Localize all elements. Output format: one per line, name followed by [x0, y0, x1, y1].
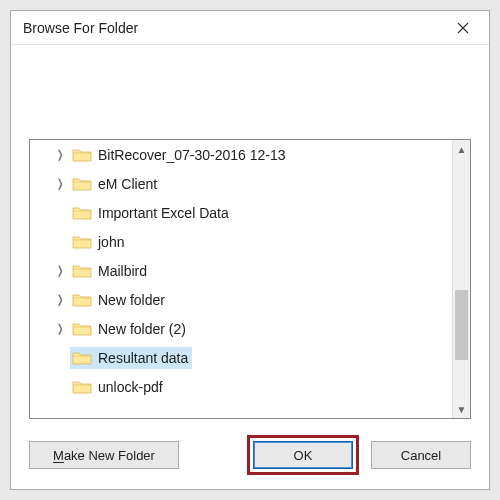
folder-icon: [72, 263, 92, 279]
tree-item[interactable]: ❯eM Client: [32, 169, 452, 198]
tree-item[interactable]: Resultant data: [32, 343, 452, 372]
ok-button[interactable]: OK: [253, 441, 353, 469]
close-button[interactable]: [441, 13, 485, 43]
folder-icon: [72, 205, 92, 221]
tree-item-label: unlock-pdf: [98, 379, 163, 395]
folder-icon: [72, 176, 92, 192]
ok-button-highlight: OK: [247, 435, 359, 475]
tree-item[interactable]: ❯New folder: [32, 285, 452, 314]
scroll-thumb[interactable]: [455, 290, 468, 360]
tree-item[interactable]: john: [32, 227, 452, 256]
folder-icon: [72, 147, 92, 163]
folder-icon: [72, 379, 92, 395]
titlebar: Browse For Folder: [11, 11, 489, 45]
tree-item[interactable]: ❯BitRecover_07-30-2016 12-13: [32, 140, 452, 169]
tree-item[interactable]: unlock-pdf: [32, 372, 452, 401]
button-row: Make New Folder OK Cancel: [29, 435, 471, 475]
tree-item-label: New folder: [98, 292, 165, 308]
window-title: Browse For Folder: [23, 20, 138, 36]
browse-for-folder-dialog: Browse For Folder ❯BitRecover_07-30-2016…: [10, 10, 490, 490]
tree-item[interactable]: ❯New folder (2): [32, 314, 452, 343]
tree-item-label: john: [98, 234, 124, 250]
tree-item[interactable]: ❯Mailbird: [32, 256, 452, 285]
folder-icon: [72, 234, 92, 250]
tree-item-label: New folder (2): [98, 321, 186, 337]
expander-icon[interactable]: ❯: [53, 256, 67, 285]
folder-tree: ❯BitRecover_07-30-2016 12-13❯eM ClientIm…: [29, 139, 471, 419]
scroll-down-arrow-icon[interactable]: ▼: [453, 400, 470, 418]
folder-icon: [72, 321, 92, 337]
tree-item[interactable]: Important Excel Data: [32, 198, 452, 227]
dialog-body: ❯BitRecover_07-30-2016 12-13❯eM ClientIm…: [11, 45, 489, 489]
expander-icon[interactable]: ❯: [53, 314, 67, 343]
tree-item-label: eM Client: [98, 176, 157, 192]
folder-icon: [72, 350, 92, 366]
close-icon: [457, 22, 469, 34]
make-new-folder-button[interactable]: Make New Folder: [29, 441, 179, 469]
folder-tree-list[interactable]: ❯BitRecover_07-30-2016 12-13❯eM ClientIm…: [30, 140, 452, 418]
scrollbar[interactable]: ▲ ▼: [452, 140, 470, 418]
cancel-button[interactable]: Cancel: [371, 441, 471, 469]
folder-icon: [72, 292, 92, 308]
expander-icon[interactable]: ❯: [53, 285, 67, 314]
tree-item-label: Resultant data: [98, 350, 188, 366]
tree-item-label: Mailbird: [98, 263, 147, 279]
tree-item-label: Important Excel Data: [98, 205, 229, 221]
tree-item-label: BitRecover_07-30-2016 12-13: [98, 147, 286, 163]
expander-icon[interactable]: ❯: [53, 140, 67, 169]
expander-icon[interactable]: ❯: [53, 169, 67, 198]
scroll-up-arrow-icon[interactable]: ▲: [453, 140, 470, 158]
